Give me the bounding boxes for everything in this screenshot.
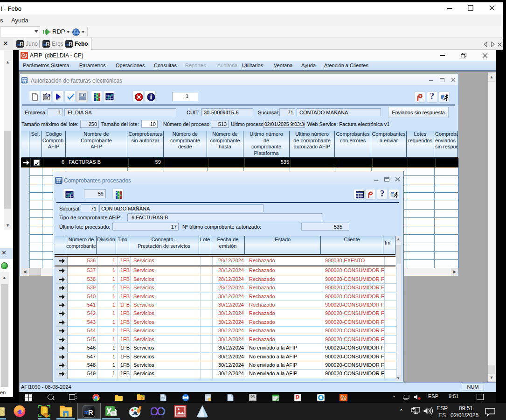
svg-text:R: R xyxy=(88,408,93,416)
